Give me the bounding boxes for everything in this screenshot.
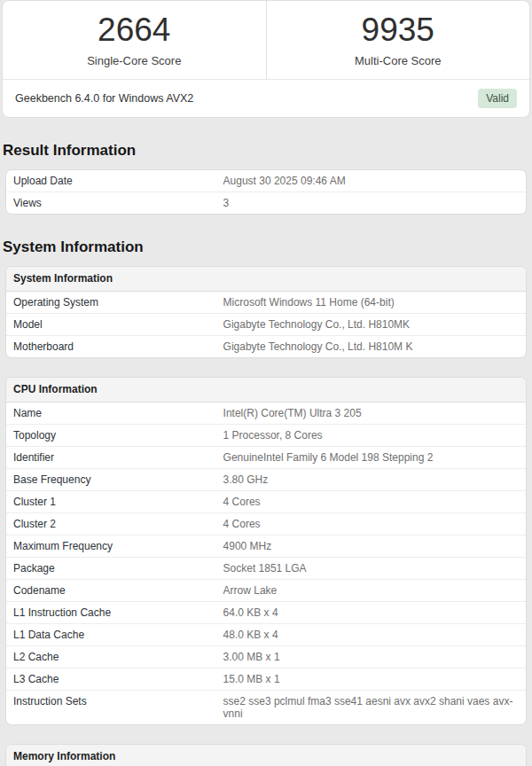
result-information-heading: Result Information [3,142,532,160]
system-information-heading: System Information [3,238,532,256]
row-label: L2 Cache [13,651,223,663]
table-row: Maximum Frequency4900 MHz [6,535,526,557]
table-row: Instruction Setssse2 sse3 pclmul fma3 ss… [6,690,526,724]
row-label: Instruction Sets [13,695,223,720]
row-value: 15.0 MB x 1 [223,673,519,685]
row-value: Gigabyte Technology Co., Ltd. H810MK [223,318,519,331]
single-core-score-cell: 2664 Single-Core Score [3,1,266,79]
row-value: Intel(R) Core(TM) Ultra 3 205 [223,407,519,419]
row-label: Cluster 1 [13,496,223,508]
row-label: Codename [13,584,223,597]
table-row: IdentifierGenuineIntel Family 6 Model 19… [6,446,526,468]
row-value: Arrow Lake [223,584,519,597]
single-core-score-value: 2664 [3,12,266,48]
scores-row: 2664 Single-Core Score 9935 Multi-Core S… [3,1,529,79]
row-value: 3.80 GHz [223,473,519,486]
benchmark-version-label: Geekbench 6.4.0 for Windows AVX2 [15,92,193,105]
row-value: 1 Processor, 8 Cores [223,429,519,442]
info-table-card: System InformationOperating SystemMicros… [5,266,527,358]
row-value: 4900 MHz [223,540,519,552]
row-label: Views [13,197,223,209]
table-row: L3 Cache15.0 MB x 1 [6,668,526,690]
row-label: Cluster 2 [13,518,223,530]
info-table-card: Memory InformationSize8.00 GB [5,744,527,766]
row-label: L3 Cache [13,673,223,685]
row-label: L1 Data Cache [13,629,223,641]
row-label: Maximum Frequency [13,540,223,552]
row-label: Upload Date [13,175,223,187]
table-row: MotherboardGigabyte Technology Co., Ltd.… [6,335,526,357]
table-row: Cluster 14 Cores [6,490,526,512]
table-header: System Information [6,267,526,292]
row-label: Motherboard [13,340,223,353]
system-information-tables: System InformationOperating SystemMicros… [0,266,532,766]
multi-core-score-cell: 9935 Multi-Core Score [266,1,530,79]
valid-status-badge: Valid [478,89,517,108]
table-row: L1 Instruction Cache64.0 KB x 4 [6,601,526,623]
row-value: 64.0 KB x 4 [223,606,519,619]
row-value: Gigabyte Technology Co., Ltd. H810M K [223,340,519,353]
benchmark-version-bar: Geekbench 6.4.0 for Windows AVX2 Valid [3,79,529,117]
single-core-score-label: Single-Core Score [3,54,266,67]
multi-core-score-label: Multi-Core Score [267,54,530,67]
table-row: Base Frequency3.80 GHz [6,468,526,490]
table-header: Memory Information [6,745,526,766]
table-row: Cluster 24 Cores [6,512,526,535]
row-value: 4 Cores [223,518,519,530]
row-value: sse2 sse3 pclmul fma3 sse41 aesni avx av… [223,695,519,720]
info-table-card: CPU InformationNameIntel(R) Core(TM) Ult… [5,377,527,725]
row-value: 3 [223,197,519,209]
row-label: Operating System [13,296,223,309]
table-row: ModelGigabyte Technology Co., Ltd. H810M… [6,313,526,335]
row-value: 3.00 MB x 1 [223,651,519,663]
row-value: 48.0 KB x 4 [223,629,519,641]
row-label: Name [13,407,223,419]
row-value: Socket 1851 LGA [223,562,519,574]
table-header: CPU Information [6,378,526,403]
row-value: Microsoft Windows 11 Home (64-bit) [223,296,519,309]
table-row: CodenameArrow Lake [6,579,526,601]
result-information-card: Upload DateAugust 30 2025 09:46 AMViews3 [5,169,527,215]
row-value: 4 Cores [223,496,519,508]
row-label: Package [13,562,223,574]
table-row: L2 Cache3.00 MB x 1 [6,645,526,668]
row-value: August 30 2025 09:46 AM [223,175,519,187]
table-row: Operating SystemMicrosoft Windows 11 Hom… [6,292,526,313]
table-row: Topology1 Processor, 8 Cores [6,424,526,446]
row-value: GenuineIntel Family 6 Model 198 Stepping… [223,451,519,464]
table-row: NameIntel(R) Core(TM) Ultra 3 205 [6,403,526,424]
table-row: Upload DateAugust 30 2025 09:46 AM [6,170,526,192]
multi-core-score-value: 9935 [267,12,530,48]
score-summary-card: 2664 Single-Core Score 9935 Multi-Core S… [2,0,530,118]
table-row: Views3 [6,192,526,214]
table-row: PackageSocket 1851 LGA [6,557,526,579]
table-row: L1 Data Cache48.0 KB x 4 [6,623,526,645]
row-label: L1 Instruction Cache [13,606,223,619]
row-label: Topology [13,429,223,442]
row-label: Base Frequency [13,473,223,486]
row-label: Model [13,318,223,331]
row-label: Identifier [13,451,223,464]
